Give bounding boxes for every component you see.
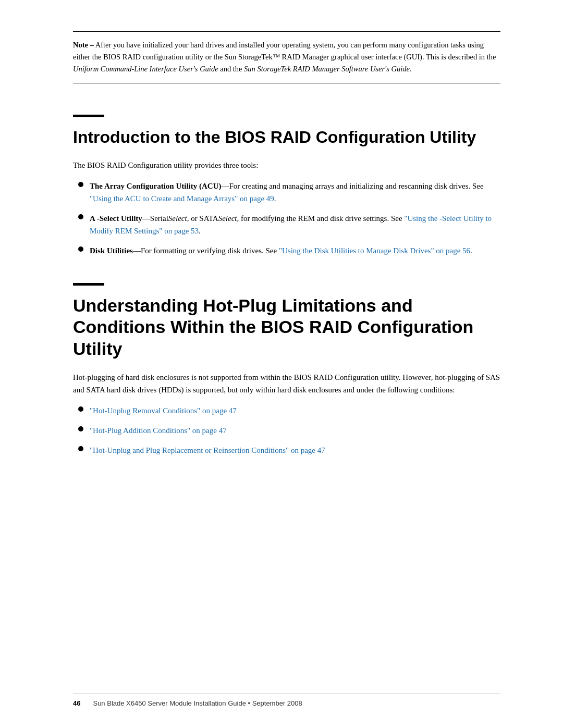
section2: Understanding Hot-Plug Limitations and C… [73,283,500,456]
note-label: Note – [73,41,94,49]
bullet-content: Disk Utilities—For formatting or verifyi… [90,244,500,257]
section2-rule [73,283,104,286]
footer-page-number: 46 [73,699,80,707]
footer-text: Sun Blade X6450 Server Module Installati… [93,699,302,707]
bullet-icon [78,214,83,219]
bullet1-bold: The Array Configuration Utility (ACU) [90,182,221,190]
note-italic2: Sun StorageTek RAID Manager Software Use… [244,65,410,73]
list-item: Disk Utilities—For formatting or verifyi… [78,244,500,257]
bullet-icon [78,406,83,412]
bullet-content: The Array Configuration Utility (ACU)—Fo… [90,180,500,205]
bullet-icon [78,246,83,252]
section2-bullet3-link[interactable]: "Hot-Unplug and Plug Replacement or Rein… [90,446,325,454]
bullet3-link[interactable]: "Using the Disk Utilities to Manage Disk… [279,246,470,255]
bullet-content: "Hot-Plug Addition Conditions" on page 4… [90,424,500,437]
bullet-icon [78,182,83,187]
section2-intro: Hot-plugging of hard disk enclosures is … [73,371,500,396]
page-footer: 46 Sun Blade X6450 Server Module Install… [73,694,500,707]
section2-title: Understanding Hot-Plug Limitations and C… [73,295,500,360]
section1: Introduction to the BIOS RAID Configurat… [73,115,500,257]
note-box: Note – After you have initialized your h… [73,31,500,83]
bullet3-bold: Disk Utilities [90,246,133,255]
bullet-icon [78,446,83,451]
bullet-content: A -Select Utility—SerialSelect, or SATAS… [90,212,500,237]
page: Note – After you have initialized your h… [0,0,563,728]
bullet-icon [78,426,83,431]
bullet-content: "Hot-Unplug and Plug Replacement or Rein… [90,444,500,456]
bullet1-link[interactable]: "Using the ACU to Create and Manage Arra… [90,194,274,203]
section1-title: Introduction to the BIOS RAID Configurat… [73,127,500,147]
list-item: "Hot-Unplug Removal Conditions" on page … [78,404,500,417]
list-item: The Array Configuration Utility (ACU)—Fo… [78,180,500,205]
section2-bullet1-link[interactable]: "Hot-Unplug Removal Conditions" on page … [90,406,237,415]
bullet2-italic1: Select [168,214,187,223]
section1-rule [73,115,104,117]
list-item: A -Select Utility—SerialSelect, or SATAS… [78,212,500,237]
note-text: Note – After you have initialized your h… [73,41,496,73]
section1-intro: The BIOS RAID Configuration utility prov… [73,159,500,171]
list-item: "Hot-Unplug and Plug Replacement or Rein… [78,444,500,456]
bullet2-link[interactable]: "Using the -Select Utility to Modify REM… [90,214,492,235]
note-italic1: Uniform Command-Line Interface User's Gu… [73,65,218,73]
note-body: After you have initialized your hard dri… [73,41,496,73]
section2-bullet2-link[interactable]: "Hot-Plug Addition Conditions" on page 4… [90,426,227,435]
bullet2-italic2: Select [218,214,237,223]
bullet2-bold: A -Select Utility [90,214,142,223]
bullet-content: "Hot-Unplug Removal Conditions" on page … [90,404,500,417]
section2-bullet-list: "Hot-Unplug Removal Conditions" on page … [78,404,500,456]
section1-bullet-list: The Array Configuration Utility (ACU)—Fo… [78,180,500,257]
list-item: "Hot-Plug Addition Conditions" on page 4… [78,424,500,437]
